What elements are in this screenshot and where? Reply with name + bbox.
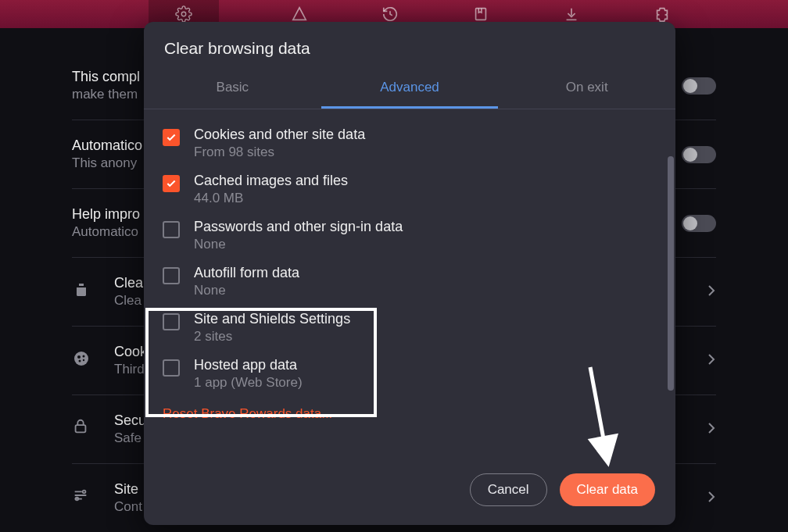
item-detail: 2 sites xyxy=(194,329,350,345)
checkbox[interactable] xyxy=(163,175,180,192)
clear-data-button[interactable]: Clear data xyxy=(560,473,655,506)
cancel-button[interactable]: Cancel xyxy=(470,473,547,506)
checkbox[interactable] xyxy=(163,221,180,238)
svg-point-4 xyxy=(83,355,85,357)
list-item-subtitle: Third xyxy=(114,362,147,377)
checkbox[interactable] xyxy=(163,359,180,377)
list-icon xyxy=(72,487,95,510)
svg-rect-7 xyxy=(76,425,86,432)
scrollbar-track[interactable] xyxy=(668,109,675,458)
svg-point-3 xyxy=(77,355,81,359)
list-item-subtitle: Cont xyxy=(114,499,142,515)
list-item-title: Clea xyxy=(114,275,143,291)
chevron-right-icon xyxy=(707,490,716,507)
list-item-subtitle: Clea xyxy=(114,293,143,309)
item-label: Autofill form data xyxy=(194,265,299,281)
chevron-right-icon xyxy=(707,352,716,370)
item-label: Site and Shields Settings xyxy=(194,311,350,327)
tab-on-exit[interactable]: On exit xyxy=(498,69,675,109)
dialog-title: Clear browsing data xyxy=(144,22,675,69)
clear-data-item[interactable]: Cookies and other site dataFrom 98 sites xyxy=(155,120,663,166)
checkbox[interactable] xyxy=(163,129,180,146)
svg-point-8 xyxy=(83,490,86,493)
dialog-footer: Cancel Clear data xyxy=(144,458,675,525)
item-label: Cached images and files xyxy=(194,173,348,189)
clear-browsing-data-dialog: Clear browsing data Basic Advanced On ex… xyxy=(144,22,675,525)
list-item-title: Secu xyxy=(114,412,146,429)
dialog-tabs: Basic Advanced On exit xyxy=(144,69,675,109)
item-detail: None xyxy=(194,237,403,252)
reset-rewards-link[interactable]: Reset Brave Rewards data... xyxy=(155,397,663,422)
list-icon xyxy=(72,280,95,304)
item-detail: 44.0 MB xyxy=(194,191,348,206)
item-label: Passwords and other sign-in data xyxy=(194,219,403,235)
clear-data-item[interactable]: Hosted app data1 app (Web Store) xyxy=(155,351,663,397)
dialog-scroll-area: Cookies and other site dataFrom 98 sites… xyxy=(144,109,675,458)
list-icon xyxy=(72,418,95,441)
clear-data-item[interactable]: Autofill form dataNone xyxy=(155,259,663,305)
chevron-right-icon xyxy=(707,421,716,438)
checkbox[interactable] xyxy=(163,313,180,330)
clear-data-item[interactable]: Cached images and files44.0 MB xyxy=(155,166,663,212)
item-detail: From 98 sites xyxy=(194,145,365,160)
svg-point-2 xyxy=(74,352,88,366)
list-icon xyxy=(72,349,95,373)
svg-rect-1 xyxy=(476,9,486,20)
svg-point-6 xyxy=(83,359,84,360)
svg-point-0 xyxy=(181,12,186,16)
item-detail: 1 app (Web Store) xyxy=(194,375,303,391)
item-label: Cookies and other site data xyxy=(194,127,365,143)
toggle-switch[interactable] xyxy=(682,146,716,163)
clear-data-item[interactable]: Site and Shields Settings2 sites xyxy=(155,305,663,351)
tab-advanced[interactable]: Advanced xyxy=(321,69,499,109)
list-item-title: Site xyxy=(114,481,142,498)
svg-point-5 xyxy=(79,359,81,362)
toggle-switch[interactable] xyxy=(682,215,716,232)
checkbox[interactable] xyxy=(163,267,180,284)
clear-data-item[interactable]: Passwords and other sign-in dataNone xyxy=(155,212,663,259)
scrollbar-thumb[interactable] xyxy=(668,156,674,391)
tab-basic[interactable]: Basic xyxy=(144,69,321,109)
chevron-right-icon xyxy=(707,284,716,301)
list-item-title: Cook xyxy=(114,344,147,360)
item-label: Hosted app data xyxy=(194,357,303,373)
list-item-subtitle: Safe xyxy=(114,430,146,446)
item-detail: None xyxy=(194,283,299,298)
toggle-switch[interactable] xyxy=(682,77,716,95)
